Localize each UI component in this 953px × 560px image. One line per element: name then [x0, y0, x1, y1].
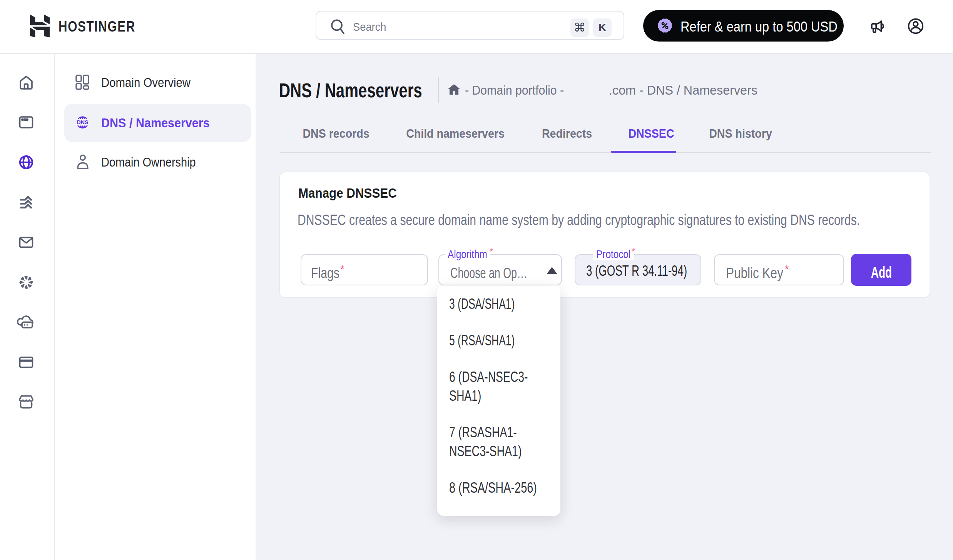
svg-text:DNS: DNS: [77, 119, 89, 125]
